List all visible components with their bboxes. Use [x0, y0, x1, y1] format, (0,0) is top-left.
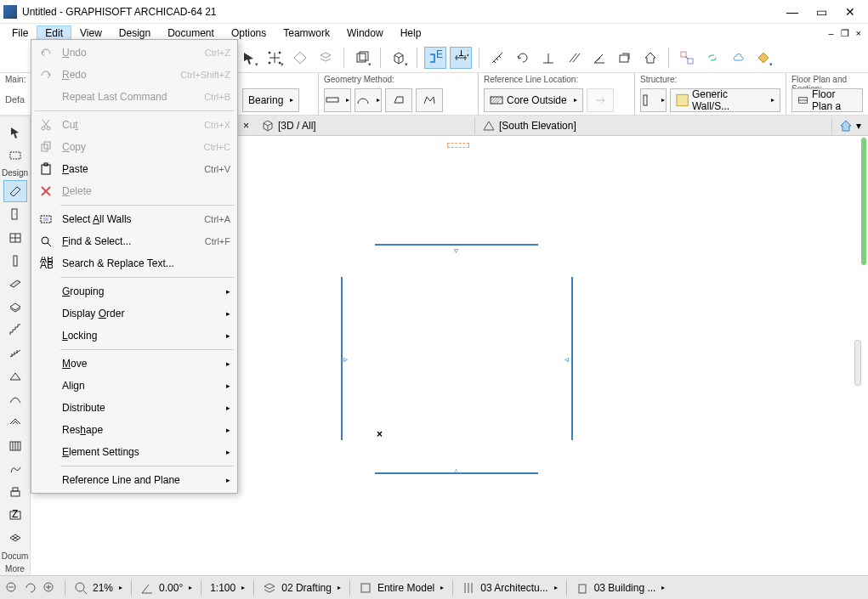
arrow-dropdown-button[interactable] [238, 47, 260, 69]
core-outside-dropdown[interactable]: Core Outside [484, 88, 583, 112]
menu-teamwork[interactable]: Teamwork [275, 25, 338, 41]
snap-e2-button[interactable]: E2 [424, 47, 446, 69]
app-icon [3, 5, 17, 19]
geom-poly-button[interactable] [416, 88, 443, 112]
door-tool[interactable] [3, 204, 27, 225]
generic-wall-dropdown[interactable]: Generic Wall/S... [670, 88, 780, 112]
menuitem-copy: CopyCtrl+C [33, 136, 235, 158]
mesh-tool[interactable] [3, 528, 27, 549]
cloud-button[interactable] [727, 47, 749, 69]
menuitem-grouping[interactable]: Grouping [33, 280, 235, 302]
wall-tool[interactable] [3, 180, 27, 201]
mdi-close-icon[interactable]: × [853, 28, 865, 39]
menu-help[interactable]: Help [392, 25, 430, 41]
bisector-button[interactable] [588, 47, 610, 69]
model-value[interactable]: Entire Model [377, 582, 444, 594]
home-button[interactable] [639, 47, 661, 69]
menuitem-paste[interactable]: PasteCtrl+V [33, 158, 235, 180]
perpendicular-button[interactable] [537, 47, 559, 69]
model-icon[interactable] [359, 581, 372, 595]
menuitem-find-select-[interactable]: Find & Select...Ctrl+F [33, 230, 235, 252]
morph-tool[interactable] [3, 458, 27, 479]
drafting-value[interactable]: 02 Drafting [281, 582, 341, 594]
parallel-button[interactable] [563, 47, 585, 69]
cube-dropdown-button[interactable] [388, 47, 410, 69]
angle-icon[interactable] [140, 581, 154, 595]
arch-value[interactable]: 03 Architectu... [480, 582, 557, 594]
svg-point-3 [279, 52, 281, 54]
flip-button[interactable] [587, 88, 614, 112]
tab-3d[interactable]: [3D / All] [254, 117, 323, 134]
object-tool[interactable] [3, 481, 27, 502]
menuitem-distribute[interactable]: Distribute [33, 397, 235, 419]
angle-value[interactable]: 0.00° [159, 582, 192, 594]
beam-tool[interactable] [3, 273, 27, 294]
box-dropdown-button[interactable] [351, 47, 373, 69]
tick-left: ▹ [343, 354, 348, 364]
menu-window[interactable]: Window [338, 25, 392, 41]
group-button[interactable] [676, 47, 698, 69]
tab-south-elevation[interactable]: [South Elevation] [474, 117, 695, 134]
geom-trapezoid-button[interactable] [385, 88, 412, 112]
diamond-button[interactable] [289, 47, 311, 69]
menuitem-align[interactable]: Align [33, 375, 235, 397]
measure-button[interactable] [486, 47, 508, 69]
slab-tool[interactable] [3, 297, 27, 318]
mdi-restore-icon[interactable]: ❐ [837, 28, 853, 39]
arrow-tool[interactable] [3, 121, 27, 143]
menuitem-search-replace-text-[interactable]: ABABCSearch & Replace Text... [33, 252, 235, 274]
svg-rect-25 [677, 94, 688, 105]
layers-icon[interactable] [263, 581, 276, 595]
menuitem-display-order[interactable]: Display Order [33, 302, 235, 325]
marquee-tool[interactable] [3, 144, 27, 166]
zoom-out-button[interactable] [5, 581, 19, 595]
menuitem-locking[interactable]: Locking [33, 325, 235, 347]
menuitem-select-all-walls[interactable]: Select All WallsCtrl+A [33, 208, 235, 230]
curtain-wall-tool[interactable] [3, 435, 27, 456]
side-handle[interactable] [854, 340, 861, 386]
maximize-button[interactable]: ▭ [807, 3, 836, 21]
close-button[interactable]: ✕ [836, 3, 865, 21]
link-button[interactable] [701, 47, 723, 69]
zone-tool[interactable]: Z [3, 505, 27, 526]
dim-12-button[interactable]: 1 2 [450, 47, 472, 69]
wall-right[interactable] [571, 277, 573, 440]
wall-left[interactable] [341, 277, 343, 440]
struct-type-button[interactable] [640, 88, 667, 112]
tab-navigator-icon[interactable]: ▾ [831, 117, 868, 134]
menuitem-reference-line-and-plane[interactable]: Reference Line and Plane [33, 469, 235, 491]
grid-dropdown-button[interactable] [264, 47, 286, 69]
column-tool[interactable] [3, 250, 27, 271]
diamond-dropdown-button[interactable] [752, 47, 774, 69]
stair-tool[interactable] [3, 319, 27, 341]
scroll-indicator[interactable] [861, 138, 866, 265]
geom-curved-button[interactable] [355, 88, 382, 112]
skylight-tool[interactable] [3, 412, 27, 433]
minimize-button[interactable]: — [778, 3, 807, 21]
shell-tool[interactable] [3, 388, 27, 410]
roof-tool[interactable] [3, 365, 27, 387]
menuitem-move[interactable]: Move [33, 353, 235, 375]
menuitem-element-settings[interactable]: Element Settings [33, 441, 235, 463]
rotate-button[interactable] [512, 47, 534, 69]
offset-button[interactable] [614, 47, 636, 69]
bldg-icon[interactable] [576, 581, 589, 595]
railing-tool[interactable] [3, 342, 27, 364]
zoom-fit-button[interactable] [74, 581, 88, 595]
window-tool[interactable] [3, 227, 27, 248]
geom-straight-button[interactable] [324, 88, 351, 112]
zoom-reset-button[interactable] [24, 581, 37, 595]
scale-value[interactable]: 1:100 [210, 582, 245, 594]
floorplan-button[interactable]: Floor Plan a [791, 88, 863, 112]
pen-icon[interactable] [462, 581, 475, 595]
zoom-value[interactable]: 21% [93, 582, 122, 594]
stack-button[interactable] [315, 47, 337, 69]
tab-close-icon[interactable]: × [238, 120, 254, 132]
bearing-dropdown[interactable]: Bearing [242, 88, 299, 112]
selall-icon [38, 212, 54, 227]
zoom-in-button[interactable] [43, 581, 56, 595]
menuitem-reshape[interactable]: Reshape [33, 419, 235, 441]
mdi-min-icon[interactable]: – [825, 28, 837, 39]
svg-text:Z: Z [12, 508, 18, 520]
bldg-value[interactable]: 03 Building ... [594, 582, 666, 594]
